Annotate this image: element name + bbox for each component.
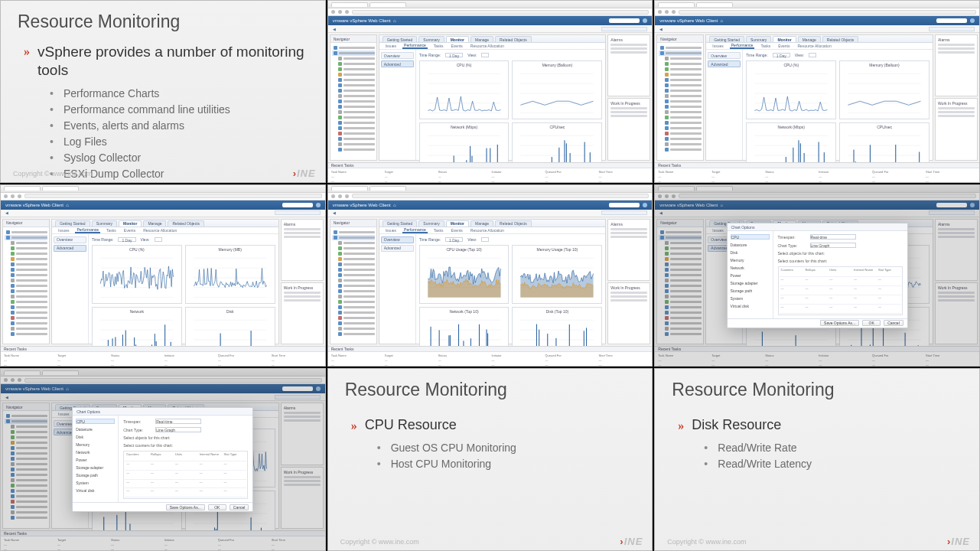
- tree-item[interactable]: [5, 435, 47, 440]
- subtab-events[interactable]: Events: [450, 228, 464, 233]
- tree-item[interactable]: [332, 83, 375, 88]
- subtab-events[interactable]: Events: [777, 44, 791, 48]
- subtab-performance[interactable]: Performance: [402, 43, 428, 49]
- tree-item[interactable]: [659, 147, 702, 152]
- tree-item[interactable]: [5, 424, 47, 429]
- tree-item[interactable]: [332, 294, 375, 299]
- perf-view-overview[interactable]: Overview: [708, 236, 741, 243]
- browser-tab[interactable]: [370, 2, 406, 7]
- help-icon[interactable]: [643, 203, 647, 207]
- tab-summary[interactable]: Summary: [418, 220, 444, 227]
- time-range-select[interactable]: 1 Day: [773, 53, 790, 57]
- tree-item[interactable]: [5, 289, 47, 294]
- tab-related-objects[interactable]: Related Objects: [495, 220, 532, 227]
- tree-item[interactable]: [659, 272, 702, 278]
- tree-item[interactable]: [332, 72, 375, 77]
- subtab-resource-allocation[interactable]: Resource Allocation: [796, 44, 832, 48]
- tree-item[interactable]: [5, 251, 47, 256]
- recent-tasks-title[interactable]: Recent Tasks: [1, 347, 325, 352]
- nav-back-icon[interactable]: [4, 378, 8, 382]
- url-field[interactable]: [679, 194, 976, 198]
- tree-item[interactable]: [332, 67, 375, 72]
- tab-getting-started[interactable]: Getting Started: [55, 220, 90, 227]
- subtab-performance[interactable]: Performance: [730, 43, 755, 49]
- url-field[interactable]: [24, 194, 322, 198]
- tree-item[interactable]: [332, 45, 375, 51]
- tree-item[interactable]: [332, 88, 375, 93]
- tree-item[interactable]: [332, 77, 375, 83]
- subtab-performance[interactable]: Performance: [402, 227, 428, 233]
- browser-tab[interactable]: [370, 186, 406, 191]
- subtab-resource-allocation[interactable]: Resource Allocation: [142, 228, 178, 233]
- tree-item[interactable]: [5, 315, 47, 321]
- perf-view-advanced[interactable]: Advanced: [54, 429, 86, 435]
- recent-tasks-title[interactable]: Recent Tasks: [1, 531, 325, 536]
- view-select[interactable]: [155, 421, 162, 425]
- tab-manage[interactable]: Manage: [470, 36, 493, 42]
- tab-related-objects[interactable]: Related Objects: [168, 220, 204, 227]
- nav-fwd-icon[interactable]: [11, 378, 15, 382]
- tab-summary[interactable]: Summary: [92, 404, 117, 410]
- tree-item[interactable]: [332, 283, 375, 289]
- view-select[interactable]: [481, 53, 489, 57]
- tree-item[interactable]: [332, 115, 375, 120]
- nav-reload-icon[interactable]: [345, 10, 349, 14]
- tree-item[interactable]: [5, 235, 47, 240]
- tree-item[interactable]: [5, 262, 47, 267]
- tree-item[interactable]: [332, 93, 375, 99]
- global-search[interactable]: [936, 203, 967, 207]
- tab-monitor[interactable]: Monitor: [773, 220, 796, 227]
- tree-item[interactable]: [659, 51, 702, 56]
- tree-item[interactable]: [332, 56, 375, 61]
- tree-item[interactable]: [5, 504, 47, 510]
- perf-view-advanced[interactable]: Advanced: [381, 60, 414, 67]
- tree-item[interactable]: [332, 251, 375, 256]
- tab-related-objects[interactable]: Related Objects: [822, 36, 859, 42]
- subtab-issues[interactable]: Issues: [57, 228, 70, 233]
- time-range-select[interactable]: 1 Day: [118, 237, 135, 242]
- tab-manage[interactable]: Manage: [143, 404, 166, 410]
- tree-item[interactable]: [659, 56, 702, 61]
- recent-tasks-title[interactable]: Recent Tasks: [655, 163, 979, 168]
- recent-tasks-title[interactable]: Recent Tasks: [328, 347, 653, 352]
- tree-item[interactable]: [5, 413, 47, 419]
- help-icon[interactable]: [970, 203, 975, 207]
- browser-tab[interactable]: [42, 186, 79, 191]
- tree-item[interactable]: [659, 83, 702, 88]
- global-search[interactable]: [609, 18, 640, 23]
- help-icon[interactable]: [643, 18, 647, 23]
- tree-item[interactable]: [659, 326, 702, 331]
- nav-fwd-icon[interactable]: [665, 10, 669, 14]
- tree-item[interactable]: [5, 515, 47, 520]
- quick-filter[interactable]: [601, 210, 647, 215]
- tab-related-objects[interactable]: Related Objects: [822, 220, 859, 227]
- tree-item[interactable]: [5, 272, 47, 278]
- browser-tab[interactable]: [658, 2, 695, 7]
- tab-monitor[interactable]: Monitor: [446, 220, 469, 227]
- tree-item[interactable]: [332, 256, 375, 262]
- global-search[interactable]: [282, 203, 313, 207]
- tree-item[interactable]: [5, 321, 47, 326]
- tree-item[interactable]: [5, 499, 47, 504]
- quick-filter[interactable]: [929, 27, 975, 31]
- browser-tab[interactable]: [331, 186, 368, 191]
- tree-item[interactable]: [5, 278, 47, 283]
- tree-item[interactable]: [659, 315, 702, 321]
- tab-summary[interactable]: Summary: [746, 36, 771, 42]
- nav-reload-icon[interactable]: [672, 10, 676, 14]
- tree-item[interactable]: [332, 131, 375, 136]
- nav-back-icon[interactable]: ◀: [5, 395, 8, 399]
- global-search[interactable]: [936, 18, 967, 23]
- tab-monitor[interactable]: Monitor: [119, 404, 142, 410]
- tab-summary[interactable]: Summary: [92, 220, 117, 227]
- inventory-tree[interactable]: [3, 227, 49, 339]
- tree-item[interactable]: [332, 51, 375, 56]
- tree-item[interactable]: [332, 326, 375, 331]
- tree-item[interactable]: [332, 240, 375, 246]
- subtab-issues[interactable]: Issues: [384, 228, 398, 233]
- quick-filter[interactable]: [601, 27, 647, 31]
- tree-item[interactable]: [332, 126, 375, 131]
- tree-item[interactable]: [5, 488, 47, 494]
- nav-back-icon[interactable]: ◀: [333, 27, 336, 31]
- tree-item[interactable]: [5, 230, 47, 235]
